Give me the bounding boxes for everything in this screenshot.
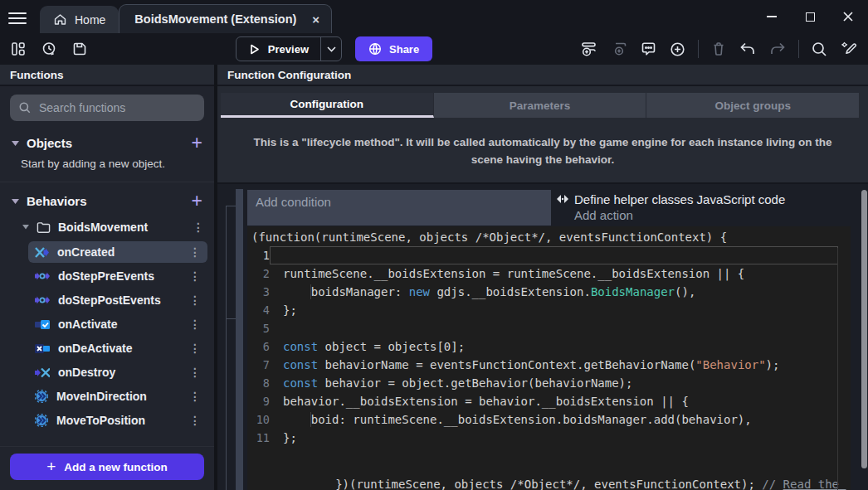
line-number: 5 <box>247 319 270 337</box>
close-tab-icon[interactable]: × <box>312 13 319 26</box>
behaviors-tree: BoidsMovement ⋮ onCreated⋮doStepPreEvent… <box>0 216 214 446</box>
function-item-onactivate[interactable]: onActivate⋮ <box>28 313 207 335</box>
code-line-10[interactable]: 10 boid: runtimeScene.__boidsExtension.b… <box>247 410 851 429</box>
preview-dropdown-icon[interactable] <box>320 37 341 61</box>
function-item-moveindirection[interactable]: MoveInDirection⋮ <box>28 386 207 407</box>
function-item-oncreated[interactable]: onCreated⋮ <box>28 241 207 263</box>
item-menu-icon[interactable]: ⋮ <box>189 245 201 259</box>
function-item-movetoposition[interactable]: MoveToPosition⋮ <box>28 410 207 431</box>
code-line-8[interactable]: 8const behavior = object.getBehavior(beh… <box>247 374 851 392</box>
configuration-panel-header: Function Configuration <box>217 65 868 86</box>
tab-object-groups[interactable]: Object groups <box>646 93 859 118</box>
redo-icon[interactable] <box>768 41 787 57</box>
tab-extension[interactable]: BoidsMovement (Extension) × <box>119 4 332 33</box>
chevron-down-icon[interactable] <box>12 199 19 204</box>
search-icon <box>18 101 32 114</box>
item-menu-icon[interactable]: ⋮ <box>189 318 201 331</box>
trash-icon[interactable] <box>710 41 727 57</box>
js-event-title[interactable]: Define helper classes JavaScript code <box>556 190 859 207</box>
code-line-9[interactable]: 9behavior.__boidsExtension = behavior.__… <box>247 392 851 410</box>
line-number: 11 <box>247 429 270 447</box>
minimize-icon[interactable] <box>765 10 778 23</box>
code-editor[interactable]: (function(runtimeScene, objects /*Object… <box>247 226 851 490</box>
preview-button[interactable]: Preview <box>236 36 342 61</box>
event-header-row: Add condition Define helper classes Java… <box>247 190 859 226</box>
item-menu-icon[interactable]: ⋮ <box>189 269 201 283</box>
add-comment-icon[interactable] <box>640 41 657 58</box>
created-icon <box>35 246 49 259</box>
add-function-button[interactable]: + Add a new function <box>10 454 204 480</box>
menu-icon[interactable] <box>8 9 27 27</box>
objects-section-title: Objects <box>27 136 192 150</box>
sidebar-footer: + Add a new function <box>0 446 214 490</box>
code-footer-text: })(runtimeScene, objects /*Object*/, eve… <box>335 478 762 490</box>
magic-pen-icon[interactable] <box>840 40 858 58</box>
code-line-11[interactable]: 11}; <box>247 429 851 447</box>
code-line-1[interactable]: 1 <box>247 246 851 264</box>
titlebar: Home BoidsMovement (Extension) × <box>0 0 868 33</box>
add-other-event-icon[interactable] <box>669 41 686 58</box>
line-number: 8 <box>247 374 270 392</box>
code-line-4[interactable]: 4}; <box>247 301 851 319</box>
events-sheet: Add condition Define helper classes Java… <box>217 182 868 490</box>
history-icon[interactable] <box>41 41 57 57</box>
event-drag-handle[interactable] <box>236 189 243 490</box>
chevron-down-icon[interactable] <box>12 141 19 146</box>
item-menu-icon[interactable]: ⋮ <box>189 342 201 355</box>
add-event-icon[interactable] <box>580 40 598 58</box>
tab-home[interactable]: Home <box>40 6 119 33</box>
behaviors-section-header[interactable]: Behaviors + <box>0 184 214 216</box>
code-text: boid: runtimeScene.__boidsExtension.boid… <box>270 410 838 429</box>
behaviors-section-title: Behaviors <box>27 194 192 208</box>
add-object-icon[interactable]: + <box>192 133 202 153</box>
add-action-cell[interactable]: Add action <box>556 207 859 222</box>
function-item-ondestroy[interactable]: onDestroy⋮ <box>28 361 207 383</box>
content: Functions Objects + Start by adding a ne… <box>0 65 868 490</box>
behavior-group-label: BoidsMovement <box>58 221 148 234</box>
item-menu-icon[interactable]: ⋮ <box>189 390 201 403</box>
add-condition-cell[interactable]: Add condition <box>247 190 551 226</box>
code-line-2[interactable]: 2runtimeScene.__boidsExtension = runtime… <box>247 264 851 283</box>
function-item-label: MoveToPosition <box>56 414 145 427</box>
toggle-check-icon <box>35 319 50 330</box>
toolbar-left <box>10 41 88 57</box>
plus-icon: + <box>46 458 56 476</box>
add-behavior-icon[interactable]: + <box>192 192 202 211</box>
maximize-icon[interactable] <box>803 10 817 23</box>
function-item-ondeactivate[interactable]: onDeActivate⋮ <box>28 337 207 359</box>
save-icon[interactable] <box>71 41 88 57</box>
project-manager-icon[interactable] <box>10 41 27 57</box>
item-menu-icon[interactable]: ⋮ <box>189 414 201 427</box>
undo-icon[interactable] <box>739 41 757 57</box>
share-button[interactable]: Share <box>355 36 432 61</box>
item-menu-icon[interactable]: ⋮ <box>193 221 204 234</box>
code-line-5[interactable]: 5 <box>247 319 851 337</box>
vertical-scrollbar[interactable] <box>861 190 867 468</box>
behavior-group-boidsmovement[interactable]: BoidsMovement ⋮ <box>0 216 214 239</box>
code-line-3[interactable]: 3 boidsManager: new gdjs.__boidsExtensio… <box>247 283 851 301</box>
tab-configuration[interactable]: Configuration <box>221 93 434 118</box>
gear-icon <box>35 390 48 403</box>
code-text <box>270 319 838 337</box>
function-item-dosteppostevents[interactable]: doStepPostEvents⋮ <box>28 289 207 311</box>
search-functions-box[interactable] <box>10 95 204 121</box>
code-line-7[interactable]: 7const behaviorName = eventsFunctionCont… <box>247 356 851 374</box>
functions-panel-header: Functions <box>0 65 214 86</box>
line-number: 6 <box>247 337 270 356</box>
chevron-down-icon[interactable] <box>22 225 29 230</box>
item-menu-icon[interactable]: ⋮ <box>189 294 201 307</box>
search-icon[interactable] <box>811 41 828 58</box>
home-icon <box>53 12 67 27</box>
js-event-title-label: Define helper classes JavaScript code <box>574 192 785 206</box>
objects-empty-text: Start by adding a new object. <box>0 158 214 178</box>
code-line-6[interactable]: 6const object = objects[0]; <box>247 337 851 356</box>
objects-section-header[interactable]: Objects + <box>0 126 214 158</box>
search-functions-input[interactable] <box>39 101 196 114</box>
item-menu-icon[interactable]: ⋮ <box>189 366 201 379</box>
event-actions-column: Define helper classes JavaScript code Ad… <box>551 190 859 226</box>
code-header-line: (function(runtimeScene, objects /*Object… <box>247 228 851 246</box>
close-window-icon[interactable] <box>841 10 855 23</box>
tab-parameters[interactable]: Parameters <box>434 93 647 118</box>
function-item-dosteppreevents[interactable]: doStepPreEvents⋮ <box>28 265 207 287</box>
add-subevent-icon[interactable] <box>610 40 628 58</box>
